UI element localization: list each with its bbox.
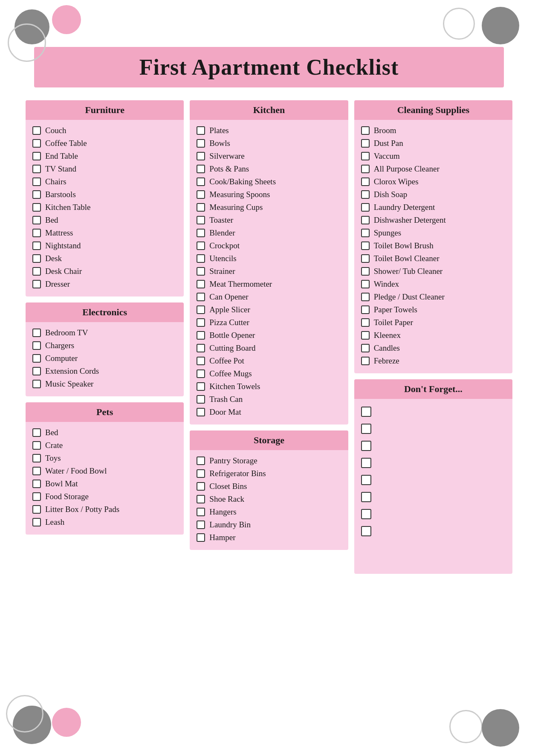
checkbox[interactable] [197, 177, 205, 186]
checkbox[interactable] [197, 216, 205, 224]
checkbox[interactable] [197, 344, 205, 352]
checkbox[interactable] [361, 177, 370, 186]
checkbox[interactable] [361, 331, 370, 340]
checkbox[interactable] [361, 318, 370, 327]
checkbox[interactable] [197, 229, 205, 237]
checkbox[interactable] [32, 341, 41, 350]
item-label: Pantry Storage [209, 456, 257, 465]
checkbox[interactable] [32, 467, 41, 475]
checkbox[interactable] [32, 441, 41, 450]
checkbox[interactable] [197, 280, 205, 288]
checkbox[interactable] [32, 139, 41, 148]
checkbox[interactable] [197, 241, 205, 250]
checkbox[interactable] [32, 216, 41, 224]
checkbox[interactable] [197, 318, 205, 327]
item-label: Meat Thermometer [209, 279, 272, 289]
list-item: Toys [32, 452, 177, 465]
checkbox[interactable] [32, 454, 41, 462]
checkbox[interactable] [32, 480, 41, 488]
checkbox[interactable] [197, 457, 205, 465]
item-label: Desk Chair [45, 267, 82, 276]
checkbox[interactable] [197, 395, 205, 404]
checkbox[interactable] [197, 533, 205, 542]
checkbox[interactable] [361, 441, 371, 451]
list-item: Apple Slicer [197, 303, 341, 316]
checkbox[interactable] [361, 190, 370, 199]
checkbox[interactable] [197, 165, 205, 173]
checkbox[interactable] [361, 216, 370, 224]
checkbox[interactable] [361, 492, 371, 502]
checkbox[interactable] [197, 139, 205, 148]
checkbox[interactable] [197, 408, 205, 416]
checkbox[interactable] [32, 241, 41, 250]
checkbox[interactable] [197, 305, 205, 314]
checkbox[interactable] [32, 329, 41, 337]
checkbox[interactable] [32, 505, 41, 514]
checkbox[interactable] [197, 293, 205, 301]
item-label: Leash [45, 518, 64, 527]
checkbox[interactable] [197, 482, 205, 491]
list-item: End Table [32, 150, 177, 163]
checkbox[interactable] [361, 357, 370, 365]
checkbox[interactable] [32, 229, 41, 237]
checkbox[interactable] [197, 369, 205, 378]
list-item: Strainer [197, 265, 341, 278]
checkbox[interactable] [361, 254, 370, 263]
checkbox[interactable] [361, 165, 370, 173]
checkbox[interactable] [197, 520, 205, 529]
checkbox[interactable] [197, 508, 205, 516]
checkbox[interactable] [197, 331, 205, 340]
list-item: Shoe Rack [197, 493, 341, 506]
checkbox[interactable] [361, 126, 370, 135]
checkbox[interactable] [197, 126, 205, 135]
checkbox[interactable] [361, 458, 371, 468]
checkbox[interactable] [361, 509, 371, 519]
checkbox[interactable] [32, 126, 41, 135]
checkbox[interactable] [361, 267, 370, 276]
checkbox[interactable] [361, 475, 371, 485]
checkbox[interactable] [32, 203, 41, 212]
checkbox[interactable] [32, 152, 41, 160]
checkbox[interactable] [197, 495, 205, 503]
checkbox[interactable] [361, 526, 371, 536]
checkbox[interactable] [32, 165, 41, 173]
checkbox[interactable] [197, 267, 205, 276]
checkbox[interactable] [32, 267, 41, 276]
checkbox[interactable] [197, 203, 205, 212]
checkbox[interactable] [361, 203, 370, 212]
checkbox[interactable] [197, 254, 205, 263]
checkbox[interactable] [361, 280, 370, 288]
checkbox[interactable] [197, 190, 205, 199]
item-label: All Purpose Cleaner [374, 164, 440, 174]
checkbox[interactable] [361, 305, 370, 314]
checkbox[interactable] [32, 492, 41, 501]
checkbox[interactable] [32, 280, 41, 288]
circle-br-gray [482, 709, 519, 747]
checkbox[interactable] [361, 152, 370, 160]
kitchen-items: PlatesBowlsSilverwarePots & PansCook/Bak… [190, 120, 348, 425]
checkbox[interactable] [32, 354, 41, 363]
item-label: Coffee Table [45, 139, 87, 148]
checkbox[interactable] [361, 344, 370, 352]
checkbox[interactable] [32, 367, 41, 375]
checkbox[interactable] [197, 357, 205, 365]
list-item: Blender [197, 227, 341, 239]
checkbox[interactable] [361, 407, 371, 417]
checkbox[interactable] [32, 518, 41, 526]
checkbox[interactable] [197, 469, 205, 478]
checkbox[interactable] [361, 293, 370, 301]
checkbox[interactable] [32, 190, 41, 199]
checkbox[interactable] [197, 382, 205, 391]
checkbox[interactable] [361, 241, 370, 250]
checkbox[interactable] [361, 229, 370, 237]
checkbox[interactable] [197, 152, 205, 160]
checkbox[interactable] [361, 424, 371, 434]
item-label: Strainer [209, 267, 235, 276]
item-label: Laundry Bin [209, 520, 251, 529]
checkbox[interactable] [32, 380, 41, 388]
checkbox[interactable] [361, 139, 370, 148]
checkbox[interactable] [32, 428, 41, 437]
checkbox[interactable] [32, 177, 41, 186]
list-item: Vaccum [361, 150, 506, 163]
checkbox[interactable] [32, 254, 41, 263]
